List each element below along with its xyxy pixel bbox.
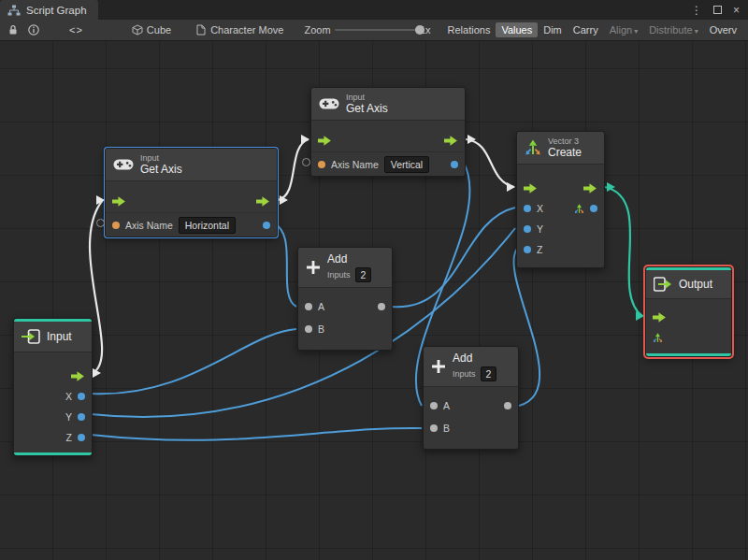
inputs-count-field[interactable]: 2 [481, 366, 497, 381]
flow-out-port[interactable] [256, 196, 270, 207]
vector-out-port[interactable] [590, 205, 597, 212]
script-graph-icon [7, 5, 21, 16]
x-out-port[interactable] [78, 393, 85, 400]
unconnected-port-ring[interactable] [96, 219, 105, 227]
axis-name-field[interactable]: Vertical [384, 156, 429, 173]
unconnected-port-ring[interactable] [302, 158, 310, 166]
input-b-port[interactable] [430, 424, 438, 432]
lock-icon[interactable] [7, 24, 19, 36]
flow-out-port[interactable] [71, 371, 85, 381]
flow-in-port[interactable] [112, 196, 126, 207]
flow-out-port[interactable] [444, 136, 458, 146]
distribute-dropdown[interactable]: Distribute▾ [643, 22, 703, 37]
flow-in-port[interactable] [318, 136, 332, 146]
xyz-axes-icon [653, 333, 663, 343]
io-accent-bar [14, 452, 92, 455]
x-label: X [537, 203, 543, 214]
y-out-port[interactable] [78, 413, 85, 421]
wire-data-input-x-to-addtop-b[interactable] [91, 329, 296, 394]
input-b-label: B [443, 423, 450, 434]
script-icon [195, 24, 207, 36]
axis-name-port[interactable] [318, 161, 325, 168]
flow-in-port[interactable] [524, 183, 538, 194]
xyz-axes-icon [574, 204, 584, 214]
y-in-port[interactable] [524, 225, 531, 233]
zoom-label: Zoom [304, 24, 330, 36]
output-unit-icon [654, 277, 672, 292]
inputs-label: Inputs [453, 369, 476, 379]
dim-button[interactable]: Dim [538, 22, 568, 37]
gamepad-icon [113, 158, 134, 171]
node-header[interactable]: Vector 3 Create [517, 132, 604, 165]
axis-name-port[interactable] [112, 222, 120, 229]
window-menu-icon[interactable]: ⋮ [691, 5, 702, 16]
script-asset-label: Character Move [210, 24, 283, 36]
node-header[interactable]: Input Get Axis [106, 149, 277, 181]
tab-bar: Script Graph ⋮ × [0, 0, 748, 20]
wire-flow-getaxis-vertical-to-vector3[interactable] [466, 139, 514, 187]
target-object-button[interactable]: Cube [132, 24, 171, 36]
input-a-port[interactable] [305, 303, 312, 310]
value-out-port[interactable] [451, 161, 458, 168]
input-a-port[interactable] [430, 402, 438, 409]
z-out-port[interactable] [78, 434, 85, 441]
input-b-label: B [318, 323, 324, 335]
overview-button[interactable]: Overv [704, 22, 742, 37]
node-title: Add [453, 352, 496, 365]
target-object-label: Cube [147, 24, 171, 36]
z-in-port[interactable] [524, 246, 531, 253]
sum-out-port[interactable] [378, 303, 385, 310]
x-label: X [65, 391, 72, 402]
node-graph-output[interactable]: Output [645, 266, 732, 357]
wire-flow-getaxis-horizontal-to-vertical[interactable] [278, 139, 309, 200]
node-header[interactable]: Add Inputs 2 [298, 248, 392, 288]
code-view-button[interactable]: <> [64, 22, 89, 37]
node-get-axis-horizontal[interactable]: Input Get Axis Axis Name Horizontal [105, 148, 278, 237]
chevron-down-icon: ▾ [634, 27, 638, 36]
node-add-bottom[interactable]: Add Inputs 2 A B [423, 346, 519, 450]
value-out-port[interactable] [263, 222, 270, 229]
script-asset-button[interactable]: Character Move [195, 24, 283, 36]
info-icon[interactable] [28, 24, 39, 36]
graph-canvas[interactable]: Input Get Axis Axis Name Horizontal [0, 41, 748, 560]
node-graph-input[interactable]: Input X Y Z [13, 318, 93, 456]
gamepad-icon [319, 97, 339, 110]
graph-toolbar: <> Cube Character Move Zoom 1x Relations… [0, 20, 748, 41]
inputs-count-field[interactable]: 2 [355, 267, 372, 282]
io-accent-bar [14, 319, 92, 322]
axis-name-field[interactable]: Horizontal [179, 217, 236, 234]
align-label: Align [610, 24, 632, 36]
distribute-label: Distribute [649, 24, 692, 36]
node-header[interactable]: Output [646, 270, 731, 299]
node-kind-label: Input [346, 93, 388, 102]
node-header[interactable]: Input Get Axis [311, 88, 465, 121]
zoom-slider-handle[interactable] [415, 25, 424, 35]
inputs-label: Inputs [327, 270, 351, 280]
tab-title: Script Graph [26, 5, 87, 16]
node-add-top[interactable]: Add Inputs 2 A B [297, 247, 393, 351]
wire-data-input-z-to-addbottom-b[interactable] [91, 428, 422, 440]
carry-button[interactable]: Carry [568, 22, 604, 37]
tab-script-graph[interactable]: Script Graph [0, 0, 98, 20]
align-dropdown[interactable]: Align▾ [604, 22, 643, 37]
x-in-port[interactable] [524, 205, 531, 212]
node-title: Create [548, 146, 582, 159]
node-vector3-create[interactable]: Vector 3 Create X [516, 131, 605, 268]
flow-out-port[interactable] [583, 183, 597, 194]
input-b-port[interactable] [305, 325, 312, 333]
window-close-icon[interactable]: × [733, 5, 740, 16]
node-header[interactable]: Input [14, 322, 92, 352]
values-button[interactable]: Values [496, 22, 538, 37]
input-a-label: A [318, 301, 324, 312]
flow-in-port[interactable] [653, 312, 667, 323]
relations-button[interactable]: Relations [442, 22, 496, 37]
node-get-axis-vertical[interactable]: Input Get Axis Axis Name Vertical [310, 87, 466, 177]
y-label: Y [537, 223, 543, 235]
wire-flow-vector3-to-output[interactable] [605, 187, 642, 316]
plus-icon [306, 260, 321, 275]
sum-out-port[interactable] [504, 402, 511, 409]
axis-name-label: Axis Name [331, 159, 379, 170]
window-maximize-icon[interactable] [713, 6, 722, 14]
node-header[interactable]: Add Inputs 2 [424, 347, 518, 387]
zoom-slider[interactable] [335, 29, 416, 31]
